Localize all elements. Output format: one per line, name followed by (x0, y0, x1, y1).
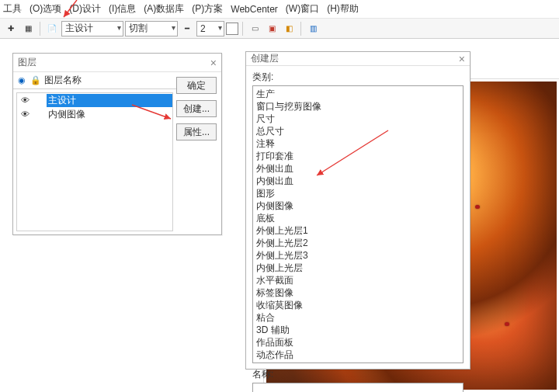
layers-list-header: ◉ 🔒 图层名称 (13, 72, 176, 89)
menu-tools[interactable]: 工具 (3, 2, 22, 16)
name-label: 名称: (252, 368, 464, 381)
layers-icon[interactable]: 📄 (44, 21, 60, 36)
toolbar-separator (242, 22, 243, 36)
layer-row-name: 内侧图像 (47, 108, 172, 121)
layer-type-item[interactable]: 内侧出血 (256, 175, 460, 187)
layer-type-list[interactable]: 生产窗口与挖剪图像尺寸总尺寸注释打印套准外侧出血内侧出血图形内侧图像底板外侧上光… (252, 85, 464, 363)
layer-type-item[interactable]: 打印套准 (256, 150, 460, 162)
layer-type-item[interactable]: 作品面板 (256, 336, 460, 349)
menu-info[interactable]: (I)信息 (109, 2, 136, 16)
layer-row-name: 主设计 (47, 94, 172, 107)
menu-options[interactable]: (O)选项 (30, 2, 61, 16)
layer-name-header: 图层名称 (44, 74, 82, 87)
create-layer-dialog: 创建层 × 类别: 生产窗口与挖剪图像尺寸总尺寸注释打印套准外侧出血内侧出血图形… (245, 51, 470, 369)
menu-window[interactable]: (W)窗口 (286, 2, 319, 16)
visibility-header-icon[interactable]: ◉ (16, 75, 27, 86)
layer-type-item[interactable]: 外侧上光层1 (256, 224, 460, 237)
layer-type-item[interactable]: 尺寸 (256, 113, 460, 125)
create-dialog-title-bar[interactable]: 创建层 × (246, 52, 470, 66)
visibility-icon[interactable]: 👁 (19, 109, 31, 119)
menu-help[interactable]: (H)帮助 (327, 2, 359, 16)
tool-button[interactable]: ✚ (3, 21, 19, 36)
lock-header-icon[interactable]: 🔒 (30, 75, 41, 86)
menu-database[interactable]: (A)数据库 (144, 2, 184, 16)
toolbar-separator (40, 22, 40, 36)
layer-type-item[interactable]: 生产 (256, 88, 460, 100)
swatch[interactable] (226, 23, 238, 35)
menu-scheme[interactable]: (P)方案 (192, 2, 223, 16)
layer-type-item[interactable]: 内侧上光层 (256, 262, 460, 274)
layers-dialog-title-bar[interactable]: 图层 × (13, 54, 221, 72)
menu-design[interactable]: (D)设计 (69, 2, 101, 16)
layers-list[interactable]: 👁 主设计 👁 内侧图像 (16, 92, 173, 231)
layer-type-item[interactable]: 注释 (256, 137, 460, 150)
layer-type-item[interactable]: 窗口与挖剪图像 (256, 100, 460, 113)
line-style-icon[interactable]: ━ (179, 21, 195, 36)
layer-row[interactable]: 👁 内侧图像 (17, 107, 172, 121)
layer-type-item[interactable]: 底板 (256, 212, 460, 224)
create-button[interactable]: 创建... (176, 100, 217, 117)
layer-type-item[interactable]: 3D 辅助 (256, 324, 460, 336)
tool-button[interactable]: ▥ (305, 21, 321, 36)
menu-bar[interactable]: 工具 (O)选项 (D)设计 (I)信息 (A)数据库 (P)方案 WebCen… (0, 0, 559, 19)
type-label: 类别: (252, 71, 464, 84)
properties-button[interactable]: 属性... (176, 123, 217, 140)
layer-row[interactable]: 👁 主设计 (17, 93, 172, 107)
line-weight-selector[interactable]: 2 (196, 21, 224, 36)
layer-type-item[interactable]: 水平截面 (256, 274, 460, 286)
layer-type-item[interactable]: 总尺寸 (256, 125, 460, 137)
tool-button[interactable]: ▦ (20, 21, 36, 36)
layer-type-item[interactable]: 图形 (256, 187, 460, 199)
visibility-icon[interactable]: 👁 (19, 95, 31, 105)
toolbar: ✚ ▦ 📄 主设计 切割 ━ 2 ▭ ▣ ◧ ▥ (0, 19, 559, 39)
layers-dialog-title: 图层 (18, 56, 36, 69)
layer-type-item[interactable]: 动态作品 (256, 349, 460, 361)
tool-button[interactable]: ▭ (247, 21, 262, 36)
layers-dialog-button-column: 确定 创建... 属性... (176, 72, 221, 234)
linetype-selector[interactable]: 切割 (125, 21, 178, 36)
toolbar-separator (300, 22, 301, 36)
layer-type-item[interactable]: 内侧图像 (256, 199, 460, 212)
menu-webcenter[interactable]: WebCenter (231, 4, 277, 15)
layer-type-item[interactable]: 收缩莫图像 (256, 299, 460, 311)
layer-selector[interactable]: 主设计 (61, 21, 123, 36)
tool-button[interactable]: ▣ (264, 21, 280, 36)
close-icon[interactable]: × (459, 53, 465, 65)
create-dialog-title: 创建层 (251, 52, 279, 65)
layer-type-item[interactable]: 外侧上光层2 (256, 237, 460, 249)
tool-button[interactable]: ◧ (281, 21, 297, 36)
layer-type-item[interactable]: 标签图像 (256, 286, 460, 299)
close-icon[interactable]: × (210, 57, 217, 69)
layer-name-input[interactable] (252, 383, 464, 392)
layers-dialog: 图层 × ◉ 🔒 图层名称 👁 主设计 👁 内侧图像 (12, 53, 222, 235)
layer-type-item[interactable]: 外侧出血 (256, 162, 460, 175)
ok-button[interactable]: 确定 (176, 77, 217, 94)
layer-type-item[interactable]: 外侧上光层3 (256, 249, 460, 262)
layer-type-item[interactable]: 粘合 (256, 311, 460, 324)
